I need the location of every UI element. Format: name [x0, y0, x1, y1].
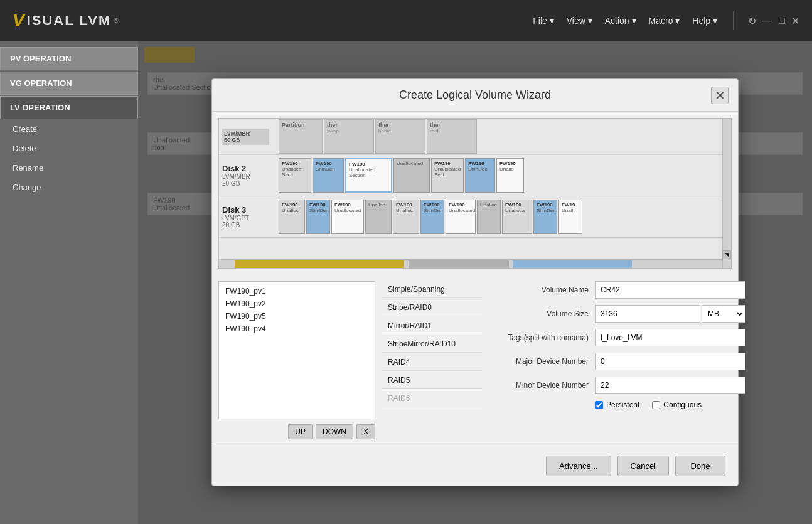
pv-list-container: FW190_pv1 FW190_pv2 FW190_pv5 FW190_pv4 … [218, 281, 375, 439]
nav-help[interactable]: Help ▾ [692, 16, 717, 26]
nav-divider [733, 11, 734, 30]
partition: FW190 Unalloc [393, 200, 419, 234]
nav-macro[interactable]: Macro ▾ [649, 16, 680, 26]
app-logo: V ISUAL LVM ® [13, 11, 119, 31]
top-nav: File ▾ View ▾ Action ▾ Macro ▾ Help ▾ [533, 11, 737, 30]
partition: ther root [427, 119, 477, 154]
disk-vscrollbar[interactable] [722, 119, 731, 268]
sidebar-item-vg-operation[interactable]: VG OPERATION [0, 72, 138, 95]
sidebar-item-create[interactable]: Create [0, 119, 138, 139]
sidebar-item-delete[interactable]: Delete [0, 139, 138, 158]
raid-0[interactable]: Stripe/RAID0 [382, 299, 482, 316]
logo-v-icon: V [13, 11, 24, 31]
dialog-overlay: Create Logical Volume Wizard ✕ LVM/MBR 6… [138, 41, 812, 524]
pv-up-button[interactable]: UP [288, 424, 313, 439]
scrollbar-thumb-gray [409, 260, 509, 268]
major-device-label: Major Device Number [488, 357, 589, 366]
disk-1-label: LVM/MBR 60 GB [222, 129, 279, 145]
minor-device-label: Minor Device Number [488, 381, 589, 390]
raid-6: RAID6 [382, 390, 482, 407]
disk-hscrollbar[interactable] [219, 259, 722, 268]
form-row-major: Major Device Number [488, 353, 745, 370]
disk-2-partitions: FW190 Unallocat Secti FW190 ShinDen FW19… [279, 158, 731, 193]
pv-down-button[interactable]: DOWN [316, 424, 353, 439]
contiguous-checkbox[interactable] [652, 401, 660, 409]
right-panel: rhelUnallocated Section Unalloactedtion … [138, 41, 812, 524]
pv-item-4[interactable]: FW190_pv4 [222, 323, 371, 335]
nav-file[interactable]: File ▾ [533, 16, 553, 26]
volume-name-input[interactable] [595, 281, 745, 299]
volume-size-unit-select[interactable]: MB GB TB [702, 305, 745, 323]
disk-row-2: Disk 2 LVM/MBR 20 GB FW190 Unallocat Sec… [219, 155, 731, 196]
sidebar: PV OPERATION VG OPERATION LV OPERATION C… [0, 41, 138, 524]
dialog-close-button[interactable]: ✕ [711, 87, 729, 104]
partition: ther swap [324, 119, 374, 154]
form-row-checkboxes: Persistent Contiguous [488, 400, 745, 409]
volume-size-container: MB GB TB [595, 305, 745, 323]
disk-1-partitions: Partition ther swap ther home [279, 119, 731, 154]
disk-2-label: Disk 2 LVM/MBR 20 GB [222, 164, 279, 187]
cancel-button[interactable]: Cancel [617, 456, 669, 476]
maximize-button[interactable]: □ [779, 15, 785, 26]
advance-button[interactable]: Advance... [546, 456, 611, 476]
disk-visualization-area: LVM/MBR 60 GB Partition ther swap [218, 118, 732, 269]
contiguous-label: Contiguous [663, 400, 702, 409]
dialog-footer: Advance... Cancel Done [212, 446, 738, 486]
disk-row-1: LVM/MBR 60 GB Partition ther swap [219, 119, 731, 155]
pv-list: FW190_pv1 FW190_pv2 FW190_pv5 FW190_pv4 [218, 281, 375, 419]
sidebar-item-rename[interactable]: Rename [0, 158, 138, 178]
persistent-checkbox-item: Persistent [595, 400, 639, 409]
dialog-bottom: FW190_pv1 FW190_pv2 FW190_pv5 FW190_pv4 … [212, 275, 738, 446]
partition: FW190 Unallocated [446, 200, 476, 234]
minimize-button[interactable]: — [762, 15, 772, 26]
raid-1[interactable]: Mirror/RAID1 [382, 318, 482, 334]
minor-device-input[interactable] [595, 377, 745, 394]
disk-row-3: Disk 3 LVM/GPT 20 GB FW190 Unalloc FW190 [219, 196, 731, 238]
partition: FW190 Unallocat Secti [279, 158, 311, 193]
partition: Partition [279, 119, 323, 154]
checkbox-row: Persistent Contiguous [595, 400, 702, 409]
partition: FW190 ShinDen [465, 158, 495, 193]
contiguous-checkbox-item: Contiguous [652, 400, 702, 409]
done-button[interactable]: Done [675, 456, 725, 476]
pv-item-2[interactable]: FW190_pv2 [222, 297, 371, 310]
create-lv-dialog: Create Logical Volume Wizard ✕ LVM/MBR 6… [211, 78, 739, 486]
persistent-checkbox[interactable] [595, 401, 603, 409]
volume-name-label: Volume Name [488, 286, 589, 294]
pv-remove-button[interactable]: X [356, 424, 375, 439]
raid-5[interactable]: RAID5 [382, 372, 482, 389]
form-row-volume-name: Volume Name [488, 281, 745, 299]
close-window-button[interactable]: ✕ [791, 14, 799, 26]
raid-4[interactable]: RAID4 [382, 354, 482, 371]
main-content: PV OPERATION VG OPERATION LV OPERATION C… [0, 41, 812, 524]
partition: FW190 Unallocated Sect [431, 158, 464, 193]
partition: FW190 Unalloca [502, 200, 532, 234]
partition: FW19 Unall [558, 200, 582, 234]
partition: FW190 Unallo [496, 158, 524, 193]
refresh-button[interactable]: ↻ [748, 14, 756, 26]
raid-simple[interactable]: Simple/Spanning [382, 281, 482, 298]
sidebar-item-pv-operation[interactable]: PV OPERATION [0, 47, 138, 70]
tags-input[interactable] [595, 329, 745, 346]
nav-view[interactable]: View ▾ [567, 16, 592, 26]
disk-3-partitions: FW190 Unalloc FW190 ShinDen FW190 Unallo… [279, 200, 731, 234]
logo-text: ISUAL LVM [27, 13, 112, 29]
partition: Unalloc [365, 200, 392, 234]
sidebar-item-change[interactable]: Change [0, 178, 138, 197]
disk-3-label: Disk 3 LVM/GPT 20 GB [222, 205, 279, 228]
pv-item-3[interactable]: FW190_pv5 [222, 310, 371, 323]
partition: FW190 ShinDen [420, 200, 444, 234]
volume-size-input[interactable] [595, 305, 700, 323]
persistent-label: Persistent [606, 400, 639, 409]
raid-type-list: Simple/Spanning Stripe/RAID0 Mirror/RAID… [382, 281, 482, 439]
major-device-input[interactable] [595, 353, 745, 370]
partition: Unalloc [477, 200, 501, 234]
sidebar-item-lv-operation[interactable]: LV OPERATION [0, 96, 138, 119]
tags-label: Tags(split with comama) [488, 333, 589, 342]
pv-item-1[interactable]: FW190_pv1 [222, 285, 371, 297]
raid-10[interactable]: StripeMirror/RAID10 [382, 336, 482, 353]
pv-buttons: UP DOWN X [218, 424, 375, 439]
form-area: Volume Name Volume Size MB GB TB [488, 281, 745, 439]
volume-size-label: Volume Size [488, 309, 589, 318]
nav-action[interactable]: Action ▾ [605, 16, 636, 26]
